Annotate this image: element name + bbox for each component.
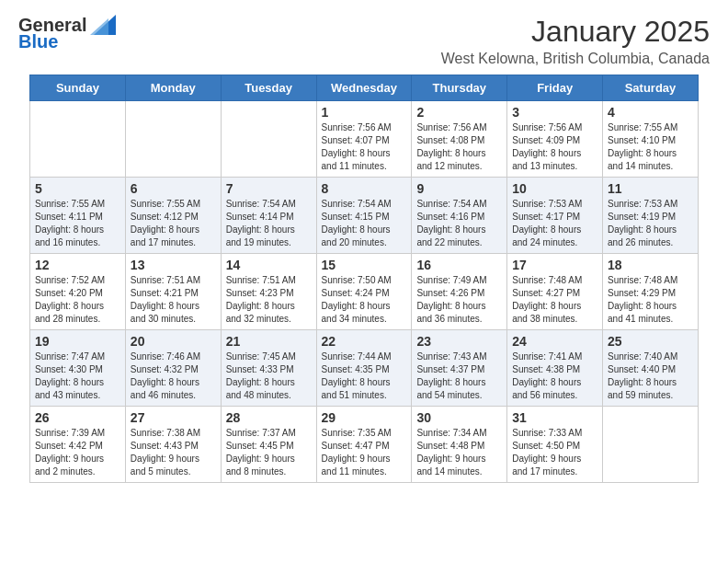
day-info: Sunrise: 7:45 AM Sunset: 4:33 PM Dayligh… [226,350,312,402]
day-number: 20 [131,334,216,349]
day-info: Sunrise: 7:54 AM Sunset: 4:15 PM Dayligh… [322,198,407,249]
day-header-thursday: Thursday [412,75,507,101]
day-info: Sunrise: 7:51 AM Sunset: 4:21 PM Dayligh… [131,274,216,326]
day-number: 12 [35,258,120,272]
day-info: Sunrise: 7:44 AM Sunset: 4:35 PM Dayligh… [322,350,407,402]
day-info: Sunrise: 7:55 AM Sunset: 4:10 PM Dayligh… [608,121,693,173]
day-info: Sunrise: 7:48 AM Sunset: 4:29 PM Dayligh… [608,274,693,326]
day-number: 26 [35,410,120,425]
day-cell-6: 6Sunrise: 7:55 AM Sunset: 4:12 PM Daylig… [125,178,221,254]
day-cell-13: 13Sunrise: 7:51 AM Sunset: 4:21 PM Dayli… [125,254,221,330]
day-header-sunday: Sunday [30,75,126,101]
day-cell-20: 20Sunrise: 7:46 AM Sunset: 4:32 PM Dayli… [125,330,221,407]
logo: General Blue [18,15,116,52]
day-cell-8: 8Sunrise: 7:54 AM Sunset: 4:15 PM Daylig… [316,178,412,254]
day-cell-2: 2Sunrise: 7:56 AM Sunset: 4:08 PM Daylig… [412,101,507,178]
week-row: 12Sunrise: 7:52 AM Sunset: 4:20 PM Dayli… [30,254,699,330]
day-cell-10: 10Sunrise: 7:53 AM Sunset: 4:17 PM Dayli… [507,178,603,254]
logo-blue-text: Blue [18,31,58,52]
day-cell-27: 27Sunrise: 7:38 AM Sunset: 4:43 PM Dayli… [125,407,221,483]
week-row: 26Sunrise: 7:39 AM Sunset: 4:42 PM Dayli… [30,407,699,483]
day-info: Sunrise: 7:47 AM Sunset: 4:30 PM Dayligh… [35,350,120,402]
day-number: 3 [512,105,597,120]
day-number: 30 [416,410,502,425]
day-cell-24: 24Sunrise: 7:41 AM Sunset: 4:38 PM Dayli… [507,330,603,407]
day-number: 14 [226,258,312,272]
day-cell-3: 3Sunrise: 7:56 AM Sunset: 4:09 PM Daylig… [507,101,603,178]
day-number: 19 [35,334,120,349]
day-cell-7: 7Sunrise: 7:54 AM Sunset: 4:14 PM Daylig… [221,178,316,254]
page-header: General Blue January 2025 West Kelowna, … [0,0,728,75]
day-cell-1: 1Sunrise: 7:56 AM Sunset: 4:07 PM Daylig… [316,101,412,178]
day-cell-25: 25Sunrise: 7:40 AM Sunset: 4:40 PM Dayli… [603,330,699,407]
day-cell-26: 26Sunrise: 7:39 AM Sunset: 4:42 PM Dayli… [30,407,126,483]
day-number: 10 [512,181,597,196]
day-cell-23: 23Sunrise: 7:43 AM Sunset: 4:37 PM Dayli… [412,330,507,407]
day-info: Sunrise: 7:50 AM Sunset: 4:24 PM Dayligh… [322,274,407,326]
day-number: 25 [608,334,693,349]
day-cell-28: 28Sunrise: 7:37 AM Sunset: 4:45 PM Dayli… [221,407,316,483]
day-info: Sunrise: 7:34 AM Sunset: 4:48 PM Dayligh… [416,427,502,478]
day-info: Sunrise: 7:46 AM Sunset: 4:32 PM Dayligh… [131,350,216,402]
calendar-wrapper: SundayMondayTuesdayWednesdayThursdayFrid… [0,75,728,498]
day-info: Sunrise: 7:53 AM Sunset: 4:17 PM Dayligh… [512,198,597,249]
day-header-friday: Friday [507,75,603,101]
day-cell-29: 29Sunrise: 7:35 AM Sunset: 4:47 PM Dayli… [316,407,412,483]
day-number: 6 [131,181,216,196]
day-info: Sunrise: 7:38 AM Sunset: 4:43 PM Dayligh… [131,427,216,478]
main-title: January 2025 [441,15,710,49]
day-cell-22: 22Sunrise: 7:44 AM Sunset: 4:35 PM Dayli… [316,330,412,407]
day-number: 2 [416,105,502,120]
day-number: 17 [512,258,597,272]
day-info: Sunrise: 7:48 AM Sunset: 4:27 PM Dayligh… [512,274,597,326]
day-header-saturday: Saturday [603,75,699,101]
day-info: Sunrise: 7:33 AM Sunset: 4:50 PM Dayligh… [512,427,597,478]
day-info: Sunrise: 7:37 AM Sunset: 4:45 PM Dayligh… [226,427,312,478]
day-cell-12: 12Sunrise: 7:52 AM Sunset: 4:20 PM Dayli… [30,254,126,330]
day-info: Sunrise: 7:39 AM Sunset: 4:42 PM Dayligh… [35,427,120,478]
day-cell-16: 16Sunrise: 7:49 AM Sunset: 4:26 PM Dayli… [412,254,507,330]
day-cell-31: 31Sunrise: 7:33 AM Sunset: 4:50 PM Dayli… [507,407,603,483]
week-row: 1Sunrise: 7:56 AM Sunset: 4:07 PM Daylig… [30,101,699,178]
calendar-table: SundayMondayTuesdayWednesdayThursdayFrid… [29,75,699,483]
day-info: Sunrise: 7:56 AM Sunset: 4:08 PM Dayligh… [416,121,502,173]
day-header-monday: Monday [125,75,221,101]
day-number: 16 [416,258,502,272]
empty-cell [125,101,221,178]
day-cell-11: 11Sunrise: 7:53 AM Sunset: 4:19 PM Dayli… [603,178,699,254]
day-number: 11 [608,181,693,196]
day-info: Sunrise: 7:56 AM Sunset: 4:07 PM Dayligh… [322,121,407,173]
day-number: 18 [608,258,693,272]
day-number: 22 [322,334,407,349]
day-cell-19: 19Sunrise: 7:47 AM Sunset: 4:30 PM Dayli… [30,330,126,407]
day-info: Sunrise: 7:52 AM Sunset: 4:20 PM Dayligh… [35,274,120,326]
empty-cell [603,407,699,483]
day-number: 23 [416,334,502,349]
day-cell-5: 5Sunrise: 7:55 AM Sunset: 4:11 PM Daylig… [30,178,126,254]
day-number: 7 [226,181,312,196]
day-number: 29 [322,410,407,425]
day-info: Sunrise: 7:49 AM Sunset: 4:26 PM Dayligh… [416,274,502,326]
day-number: 4 [608,105,693,120]
svg-marker-1 [90,18,108,35]
day-info: Sunrise: 7:53 AM Sunset: 4:19 PM Dayligh… [608,198,693,249]
day-header-tuesday: Tuesday [221,75,316,101]
title-section: January 2025 West Kelowna, British Colum… [441,15,710,67]
day-cell-15: 15Sunrise: 7:50 AM Sunset: 4:24 PM Dayli… [316,254,412,330]
day-cell-4: 4Sunrise: 7:55 AM Sunset: 4:10 PM Daylig… [603,101,699,178]
day-number: 13 [131,258,216,272]
day-info: Sunrise: 7:51 AM Sunset: 4:23 PM Dayligh… [226,274,312,326]
day-info: Sunrise: 7:43 AM Sunset: 4:37 PM Dayligh… [416,350,502,402]
logo-icon [90,15,116,35]
week-row: 5Sunrise: 7:55 AM Sunset: 4:11 PM Daylig… [30,178,699,254]
subtitle: West Kelowna, British Columbia, Canada [441,51,710,67]
day-info: Sunrise: 7:56 AM Sunset: 4:09 PM Dayligh… [512,121,597,173]
day-cell-14: 14Sunrise: 7:51 AM Sunset: 4:23 PM Dayli… [221,254,316,330]
week-row: 19Sunrise: 7:47 AM Sunset: 4:30 PM Dayli… [30,330,699,407]
day-number: 27 [131,410,216,425]
day-header-wednesday: Wednesday [316,75,412,101]
day-number: 5 [35,181,120,196]
day-number: 15 [322,258,407,272]
header-row: SundayMondayTuesdayWednesdayThursdayFrid… [30,75,699,101]
day-cell-18: 18Sunrise: 7:48 AM Sunset: 4:29 PM Dayli… [603,254,699,330]
